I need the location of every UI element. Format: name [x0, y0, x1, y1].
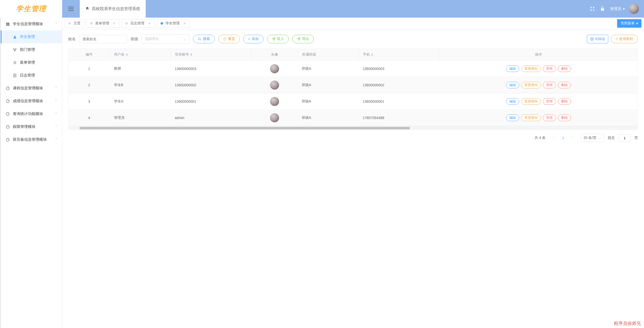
- chevron-down-icon: ˅: [55, 87, 57, 90]
- cell-username: 教师: [110, 61, 171, 77]
- delete-button[interactable]: 删除: [558, 115, 571, 121]
- sidebar-item[interactable]: 日志管理: [1, 69, 62, 82]
- disable-button[interactable]: 禁用: [543, 82, 556, 88]
- reset-button[interactable]: 重置: [218, 35, 240, 43]
- sidebar-item[interactable]: 部门管理: [1, 43, 62, 56]
- edit-button[interactable]: 编辑: [506, 65, 519, 72]
- tab-label: 日志管理: [130, 21, 144, 26]
- tab[interactable]: 日志管理✕: [122, 19, 155, 28]
- horizontal-scrollbar[interactable]: [68, 126, 638, 130]
- sidebar-group[interactable]: 权限管理模块˅: [1, 120, 62, 133]
- prev-page[interactable]: 〈: [549, 135, 557, 141]
- col-account[interactable]: 登录账号▲▼: [171, 49, 251, 61]
- menu-toggle[interactable]: [62, 0, 80, 18]
- avatar: [270, 64, 279, 73]
- col-ops: 操作: [439, 49, 638, 61]
- cell-phone: 13600000001: [359, 93, 439, 110]
- sidebar-group[interactable]: 学生信息管理模块˄: [1, 18, 62, 30]
- next-page[interactable]: 〉: [570, 135, 577, 141]
- fullscreen-icon[interactable]: [590, 6, 595, 11]
- class-select[interactable]: 选择学生 ⌄: [142, 34, 190, 44]
- export-button[interactable]: 导出: [292, 35, 314, 43]
- avatar: [270, 97, 279, 106]
- refresh-icon: [223, 37, 226, 41]
- col-username[interactable]: 用户名▲▼: [110, 49, 171, 61]
- sidebar-group-label: 查询统计功能模块: [13, 112, 43, 116]
- close-menu-button[interactable]: 关闭菜单 ▾: [617, 19, 641, 28]
- tab[interactable]: 菜单管理✕: [86, 19, 120, 28]
- reset-password-button[interactable]: 重置密码: [521, 98, 541, 105]
- cell-username: 管理员: [110, 110, 171, 126]
- page-size-select[interactable]: 20 条/页 ⌄: [581, 134, 604, 142]
- edit-button[interactable]: 编辑: [506, 82, 519, 88]
- sidebar-group[interactable]: 查询统计功能模块˅: [1, 107, 62, 120]
- user-label: 管理员: [610, 7, 621, 11]
- cell-id: 3: [68, 93, 110, 110]
- disable-button[interactable]: 禁用: [543, 115, 556, 121]
- col-id[interactable]: 编号: [68, 49, 110, 61]
- sidebar-group[interactable]: 课程信息管理模块˅: [1, 82, 62, 95]
- search-icon: [198, 37, 201, 41]
- gear-icon: [590, 37, 594, 41]
- cell-username: 学生A: [110, 93, 171, 110]
- close-icon[interactable]: ✕: [113, 21, 116, 25]
- module-icon: [6, 125, 10, 129]
- cell-avatar: [251, 77, 298, 93]
- user-menu[interactable]: 管理员 ▾: [610, 4, 639, 14]
- search-button[interactable]: 搜索: [193, 35, 215, 43]
- close-icon[interactable]: ✕: [183, 21, 186, 25]
- tab-indicator: [68, 22, 71, 25]
- tutorial-button[interactable]: ? 使用教程: [611, 35, 638, 43]
- delete-button[interactable]: 删除: [558, 65, 571, 72]
- cell-account: 13600000001: [171, 93, 251, 110]
- jump-input[interactable]: [618, 134, 631, 142]
- reset-password-button[interactable]: 重置密码: [521, 82, 541, 88]
- cell-id: 2: [68, 77, 110, 93]
- reset-password-button[interactable]: 重置密码: [521, 115, 541, 121]
- cell-account: 13600000002: [171, 77, 251, 93]
- edit-button[interactable]: 编辑: [506, 98, 519, 105]
- reset-password-button[interactable]: 重置密码: [521, 65, 541, 72]
- sidebar-item-label: 学生管理: [20, 34, 35, 39]
- page-number[interactable]: 1: [560, 135, 566, 141]
- chevron-down-icon: ▾: [636, 21, 638, 25]
- sort-icon: ▲▼: [371, 53, 373, 56]
- svg-point-9: [16, 48, 16, 49]
- column-filter-button[interactable]: 列筛选: [587, 35, 608, 43]
- cell-id: 1: [68, 61, 110, 77]
- sidebar-item-label: 日志管理: [20, 73, 35, 78]
- chevron-down-icon: ▾: [623, 7, 625, 11]
- col-phone[interactable]: 手机▲▼: [359, 49, 439, 61]
- cell-phone: 13600000003: [359, 61, 439, 77]
- cell-class: 班级A: [298, 110, 359, 126]
- edit-button[interactable]: 编辑: [506, 115, 519, 121]
- sidebar-item[interactable]: 菜单管理: [1, 56, 62, 69]
- module-icon: [6, 112, 10, 116]
- svg-line-24: [200, 40, 201, 41]
- import-button[interactable]: 导入: [267, 35, 289, 43]
- breadcrumb: 高校院系学生信息管理系统: [80, 0, 146, 18]
- svg-rect-3: [6, 23, 8, 24]
- disable-button[interactable]: 禁用: [543, 98, 556, 105]
- close-icon[interactable]: ✕: [148, 21, 151, 25]
- tab[interactable]: 主页: [65, 19, 84, 28]
- cell-id: 4: [68, 110, 110, 126]
- tab[interactable]: 学生管理✕: [157, 19, 190, 28]
- sidebar-group[interactable]: 成绩信息管理模块˅: [1, 95, 62, 107]
- sidebar-item-label: 菜单管理: [20, 60, 35, 65]
- svg-point-10: [15, 50, 15, 51]
- disable-button[interactable]: 禁用: [543, 65, 556, 72]
- add-button[interactable]: + 添加: [243, 35, 263, 43]
- watermark: 程序员徐师兄: [614, 320, 641, 326]
- sidebar-group-label: 学生信息管理模块: [13, 22, 43, 26]
- delete-button[interactable]: 删除: [558, 82, 571, 88]
- delete-button[interactable]: 删除: [558, 98, 571, 105]
- name-input[interactable]: [79, 35, 127, 43]
- total-text: 共 4 条: [535, 136, 546, 140]
- cell-class: 班级A: [298, 93, 359, 110]
- sidebar-item[interactable]: 学生管理: [1, 30, 62, 43]
- table-row: 1教师13600000003班级A13600000003编辑重置密码禁用删除: [68, 61, 638, 77]
- lock-icon[interactable]: [600, 6, 605, 11]
- home-icon: [85, 6, 89, 11]
- sidebar-group[interactable]: 留言板信息管理模块˅: [1, 133, 62, 146]
